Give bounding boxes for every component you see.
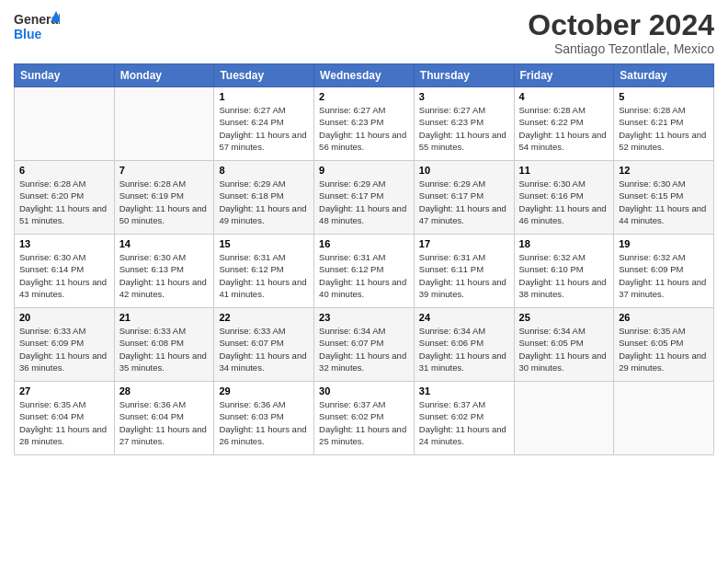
week-row-4: 20Sunrise: 6:33 AM Sunset: 6:09 PM Dayli… (15, 308, 714, 382)
day-info: Sunrise: 6:27 AM Sunset: 6:24 PM Dayligh… (219, 104, 309, 153)
day-info: Sunrise: 6:30 AM Sunset: 6:13 PM Dayligh… (119, 251, 210, 300)
day-info: Sunrise: 6:34 AM Sunset: 6:06 PM Dayligh… (419, 325, 509, 373)
day-info: Sunrise: 6:36 AM Sunset: 6:04 PM Dayligh… (119, 398, 210, 447)
day-cell: 10Sunrise: 6:29 AM Sunset: 6:17 PM Dayli… (414, 161, 514, 235)
day-cell (15, 87, 115, 161)
week-row-3: 13Sunrise: 6:30 AM Sunset: 6:14 PM Dayli… (15, 235, 714, 308)
day-number: 24 (419, 312, 509, 323)
svg-text:Blue: Blue (14, 27, 42, 41)
day-info: Sunrise: 6:32 AM Sunset: 6:10 PM Dayligh… (519, 251, 609, 300)
day-cell: 24Sunrise: 6:34 AM Sunset: 6:06 PM Dayli… (414, 308, 514, 382)
day-info: Sunrise: 6:28 AM Sunset: 6:19 PM Dayligh… (119, 178, 210, 226)
day-info: Sunrise: 6:31 AM Sunset: 6:12 PM Dayligh… (319, 251, 409, 300)
day-number: 31 (419, 385, 509, 396)
day-number: 2 (319, 91, 409, 102)
day-info: Sunrise: 6:31 AM Sunset: 6:11 PM Dayligh… (419, 251, 509, 300)
day-number: 12 (619, 165, 709, 176)
day-number: 27 (19, 385, 109, 396)
day-number: 18 (519, 238, 609, 249)
day-number: 14 (119, 238, 210, 249)
day-info: Sunrise: 6:35 AM Sunset: 6:05 PM Dayligh… (619, 325, 709, 373)
day-number: 20 (19, 312, 109, 323)
location-subtitle: Santiago Tezontlale, Mexico (528, 41, 714, 56)
day-cell: 16Sunrise: 6:31 AM Sunset: 6:12 PM Dayli… (314, 235, 415, 308)
day-cell: 22Sunrise: 6:33 AM Sunset: 6:07 PM Dayli… (214, 308, 314, 382)
day-cell: 28Sunrise: 6:36 AM Sunset: 6:04 PM Dayli… (114, 382, 214, 455)
day-cell: 29Sunrise: 6:36 AM Sunset: 6:03 PM Dayli… (214, 382, 314, 455)
day-cell (514, 382, 614, 455)
day-cell: 4Sunrise: 6:28 AM Sunset: 6:22 PM Daylig… (514, 87, 614, 161)
day-number: 30 (319, 385, 409, 396)
day-info: Sunrise: 6:34 AM Sunset: 6:07 PM Dayligh… (319, 325, 409, 373)
week-row-5: 27Sunrise: 6:35 AM Sunset: 6:04 PM Dayli… (15, 382, 714, 455)
day-info: Sunrise: 6:33 AM Sunset: 6:09 PM Dayligh… (19, 325, 109, 373)
day-cell: 27Sunrise: 6:35 AM Sunset: 6:04 PM Dayli… (15, 382, 115, 455)
main-container: General Blue October 2024 Santiago Tezon… (0, 0, 728, 465)
day-header-saturday: Saturday (614, 64, 714, 87)
day-cell: 12Sunrise: 6:30 AM Sunset: 6:15 PM Dayli… (614, 161, 714, 235)
day-info: Sunrise: 6:27 AM Sunset: 6:23 PM Dayligh… (419, 104, 509, 153)
title-area: October 2024 Santiago Tezontlale, Mexico (528, 9, 714, 56)
day-number: 4 (519, 91, 609, 102)
day-number: 5 (619, 91, 709, 102)
day-number: 28 (119, 385, 210, 396)
day-cell (114, 87, 214, 161)
day-cell: 23Sunrise: 6:34 AM Sunset: 6:07 PM Dayli… (314, 308, 415, 382)
day-info: Sunrise: 6:37 AM Sunset: 6:02 PM Dayligh… (319, 398, 409, 447)
day-info: Sunrise: 6:33 AM Sunset: 6:08 PM Dayligh… (119, 325, 210, 373)
day-cell: 8Sunrise: 6:29 AM Sunset: 6:18 PM Daylig… (214, 161, 314, 235)
day-cell (614, 382, 714, 455)
day-number: 8 (219, 165, 309, 176)
day-number: 19 (619, 238, 709, 249)
day-cell: 17Sunrise: 6:31 AM Sunset: 6:11 PM Dayli… (414, 235, 514, 308)
day-cell: 31Sunrise: 6:37 AM Sunset: 6:02 PM Dayli… (414, 382, 514, 455)
day-number: 9 (319, 165, 409, 176)
calendar-table: SundayMondayTuesdayWednesdayThursdayFrid… (14, 63, 714, 455)
day-cell: 3Sunrise: 6:27 AM Sunset: 6:23 PM Daylig… (414, 87, 514, 161)
day-number: 26 (619, 312, 709, 323)
day-number: 25 (519, 312, 609, 323)
day-header-thursday: Thursday (414, 64, 514, 87)
day-info: Sunrise: 6:30 AM Sunset: 6:16 PM Dayligh… (519, 178, 609, 226)
day-info: Sunrise: 6:27 AM Sunset: 6:23 PM Dayligh… (319, 104, 409, 153)
day-info: Sunrise: 6:29 AM Sunset: 6:17 PM Dayligh… (419, 178, 509, 226)
day-info: Sunrise: 6:28 AM Sunset: 6:22 PM Dayligh… (519, 104, 609, 153)
day-header-monday: Monday (114, 64, 214, 87)
day-cell: 7Sunrise: 6:28 AM Sunset: 6:19 PM Daylig… (114, 161, 214, 235)
day-header-wednesday: Wednesday (314, 64, 415, 87)
week-row-2: 6Sunrise: 6:28 AM Sunset: 6:20 PM Daylig… (15, 161, 714, 235)
day-info: Sunrise: 6:31 AM Sunset: 6:12 PM Dayligh… (219, 251, 309, 300)
day-number: 29 (219, 385, 309, 396)
day-info: Sunrise: 6:32 AM Sunset: 6:09 PM Dayligh… (619, 251, 709, 300)
header: General Blue October 2024 Santiago Tezon… (14, 9, 714, 56)
day-info: Sunrise: 6:28 AM Sunset: 6:20 PM Dayligh… (19, 178, 109, 226)
day-cell: 25Sunrise: 6:34 AM Sunset: 6:05 PM Dayli… (514, 308, 614, 382)
day-number: 13 (19, 238, 109, 249)
day-header-sunday: Sunday (15, 64, 115, 87)
day-cell: 19Sunrise: 6:32 AM Sunset: 6:09 PM Dayli… (614, 235, 714, 308)
day-cell: 5Sunrise: 6:28 AM Sunset: 6:21 PM Daylig… (614, 87, 714, 161)
day-info: Sunrise: 6:30 AM Sunset: 6:15 PM Dayligh… (619, 178, 709, 226)
day-info: Sunrise: 6:30 AM Sunset: 6:14 PM Dayligh… (19, 251, 109, 300)
day-info: Sunrise: 6:29 AM Sunset: 6:18 PM Dayligh… (219, 178, 309, 226)
day-cell: 20Sunrise: 6:33 AM Sunset: 6:09 PM Dayli… (15, 308, 115, 382)
day-cell: 11Sunrise: 6:30 AM Sunset: 6:16 PM Dayli… (514, 161, 614, 235)
day-cell: 18Sunrise: 6:32 AM Sunset: 6:10 PM Dayli… (514, 235, 614, 308)
day-info: Sunrise: 6:28 AM Sunset: 6:21 PM Dayligh… (619, 104, 709, 153)
day-number: 15 (219, 238, 309, 249)
day-number: 22 (219, 312, 309, 323)
logo: General Blue (14, 9, 60, 48)
day-cell: 21Sunrise: 6:33 AM Sunset: 6:08 PM Dayli… (114, 308, 214, 382)
day-header-friday: Friday (514, 64, 614, 87)
day-cell: 30Sunrise: 6:37 AM Sunset: 6:02 PM Dayli… (314, 382, 415, 455)
day-info: Sunrise: 6:35 AM Sunset: 6:04 PM Dayligh… (19, 398, 109, 447)
day-number: 10 (419, 165, 509, 176)
logo-svg: General Blue (14, 9, 60, 48)
day-info: Sunrise: 6:29 AM Sunset: 6:17 PM Dayligh… (319, 178, 409, 226)
day-cell: 14Sunrise: 6:30 AM Sunset: 6:13 PM Dayli… (114, 235, 214, 308)
day-number: 23 (319, 312, 409, 323)
day-number: 16 (319, 238, 409, 249)
day-cell: 15Sunrise: 6:31 AM Sunset: 6:12 PM Dayli… (214, 235, 314, 308)
header-row: SundayMondayTuesdayWednesdayThursdayFrid… (15, 64, 714, 87)
day-info: Sunrise: 6:36 AM Sunset: 6:03 PM Dayligh… (219, 398, 309, 447)
